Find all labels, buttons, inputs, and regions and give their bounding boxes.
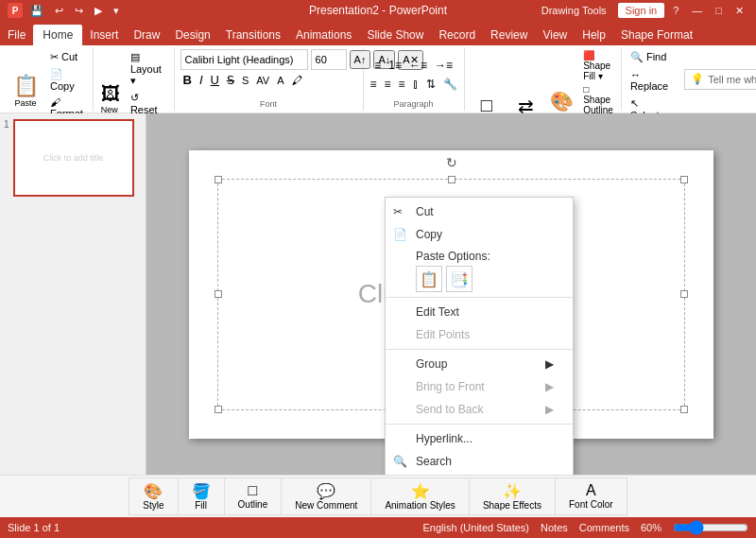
clipboard-group: 📋 Paste ✂ Cut 📄 Copy 🖌 Format Painter Cl… xyxy=(4,47,94,111)
slide-thumbnail[interactable]: Click to add title xyxy=(13,119,134,197)
text-highlight-button[interactable]: 🖍 xyxy=(289,74,305,87)
handle-right[interactable] xyxy=(680,290,688,298)
drawing-tools-label: Drawing Tools xyxy=(541,5,607,16)
shape-fill-button[interactable]: 🟥 Shape Fill ▾ xyxy=(579,49,617,82)
font-group: A↑ A↓ A✕ B I U S̶ S AV A 🖍 Font xyxy=(175,47,364,111)
context-cut[interactable]: ✂ Cut xyxy=(386,200,573,223)
columns-button[interactable]: ⫿ xyxy=(410,76,421,93)
strikethrough-button[interactable]: S̶ xyxy=(224,72,237,88)
lightbulb-icon: 💡 xyxy=(691,73,704,85)
shadow-button[interactable]: S xyxy=(239,74,251,87)
cut-icon: ✂ xyxy=(393,205,403,218)
context-send-back: Send to Back ▶ xyxy=(386,398,573,421)
context-hyperlink[interactable]: Hyperlink... xyxy=(386,427,573,450)
tab-slideshow[interactable]: Slide Show xyxy=(359,25,431,45)
tab-view[interactable]: View xyxy=(535,25,575,45)
align-center-button[interactable]: ≡ xyxy=(382,76,394,93)
context-save-picture[interactable]: Save as Picture... xyxy=(386,473,573,475)
undo-qa-btn[interactable]: ↩ xyxy=(51,3,67,19)
slides-group: 🖼 NewSlide ▤ Layout ▾ ↺ Reset ☰ Section … xyxy=(94,47,175,111)
cut-button[interactable]: ✂ Cut xyxy=(45,49,89,65)
numbering-button[interactable]: 1≡ xyxy=(386,57,404,74)
canvas-area: ↻ Click to add title ✂ Cut xyxy=(146,113,756,475)
sep3 xyxy=(386,424,573,425)
layout-button[interactable]: ▤ Layout ▾ xyxy=(126,49,170,89)
tab-draw[interactable]: Draw xyxy=(126,25,167,45)
customize-qa-btn[interactable]: ▾ xyxy=(110,3,123,19)
font-color-ribbon-button[interactable]: A xyxy=(274,74,286,87)
align-left-button[interactable]: ≡ xyxy=(368,76,380,93)
paste-button[interactable]: 📋 Paste xyxy=(8,71,43,111)
context-search[interactable]: 🔍 Search xyxy=(386,450,573,473)
handle-tr[interactable] xyxy=(680,176,688,183)
minimize-button[interactable]: — xyxy=(687,3,707,18)
font-name-input[interactable] xyxy=(180,49,308,70)
bullets-button[interactable]: ≡ xyxy=(371,57,384,74)
context-copy[interactable]: 📄 Copy xyxy=(386,223,573,246)
handle-bl[interactable] xyxy=(215,406,222,413)
italic-button[interactable]: I xyxy=(197,72,206,88)
char-spacing-button[interactable]: AV xyxy=(253,74,272,87)
font-color-toolbar-btn[interactable]: A Font Color xyxy=(555,477,627,515)
paste-icon-1[interactable]: 📋 xyxy=(416,266,442,292)
help-button[interactable]: ? xyxy=(668,3,683,18)
present-qa-btn[interactable]: ▶ xyxy=(91,3,106,19)
app-icon: P xyxy=(8,3,23,18)
titlebar: P 💾 ↩ ↪ ▶ ▾ Presentation2 - PowerPoint D… xyxy=(0,0,756,21)
tell-me-input[interactable]: 💡 Tell me what you want to do xyxy=(684,69,756,90)
copy-button[interactable]: 📄 Copy xyxy=(45,66,89,94)
slide-panel: 1 Click to add title xyxy=(0,113,146,475)
tab-help[interactable]: Help xyxy=(575,25,613,45)
font-size-input[interactable] xyxy=(311,49,347,70)
decrease-indent-button[interactable]: ←≡ xyxy=(406,57,430,74)
replace-button[interactable]: ↔ Replace xyxy=(626,67,673,94)
bold-button[interactable]: B xyxy=(180,72,195,88)
context-group[interactable]: Group ▶ xyxy=(386,353,573,375)
find-button[interactable]: 🔍 Find xyxy=(626,49,673,65)
shape-effects-toolbar-btn[interactable]: ✨ Shape Effects xyxy=(469,477,555,515)
redo-qa-btn[interactable]: ↪ xyxy=(71,3,87,19)
context-edit-text[interactable]: Edit Text xyxy=(386,301,573,323)
animation-icon: ⭐ xyxy=(411,482,430,500)
handle-left[interactable] xyxy=(215,290,222,298)
new-comment-toolbar-btn[interactable]: 💬 New Comment xyxy=(281,477,370,515)
outline-icon: □ xyxy=(249,482,258,499)
handle-top[interactable] xyxy=(448,176,455,183)
close-button[interactable]: ✕ xyxy=(730,3,748,19)
handle-br[interactable] xyxy=(680,406,688,413)
handle-tl[interactable] xyxy=(215,176,222,183)
tab-animations[interactable]: Animations xyxy=(288,25,359,45)
align-right-button[interactable]: ≡ xyxy=(396,76,408,93)
sep2 xyxy=(386,349,573,350)
fill-toolbar-btn[interactable]: 🪣 Fill xyxy=(178,477,224,515)
paragraph-label: Paragraph xyxy=(368,99,460,109)
zoom-slider[interactable] xyxy=(673,520,748,535)
bottom-toolbar: 🎨 Style 🪣 Fill □ Outline 💬 New Comment ⭐… xyxy=(0,475,756,517)
drawing-group: □ Shapes ⇄ Arrange 🎨 QuickStyles 🟥 Shape… xyxy=(465,47,622,111)
tab-design[interactable]: Design xyxy=(167,25,217,45)
tab-insert[interactable]: Insert xyxy=(82,25,126,45)
slide-thumbnail-row: 1 Click to add title xyxy=(4,119,142,197)
notes-button[interactable]: Notes xyxy=(541,522,568,533)
tab-home[interactable]: Home xyxy=(33,25,82,45)
titlebar-left: P 💾 ↩ ↪ ▶ ▾ xyxy=(8,3,123,19)
slide-info: Slide 1 of 1 xyxy=(8,522,60,533)
increase-indent-button[interactable]: →≡ xyxy=(432,57,455,74)
shape-effects-icon: ✨ xyxy=(503,482,522,500)
maximize-button[interactable]: □ xyxy=(711,3,727,18)
style-toolbar-btn[interactable]: 🎨 Style xyxy=(129,477,177,515)
tab-record[interactable]: Record xyxy=(431,25,483,45)
save-qa-btn[interactable]: 💾 xyxy=(26,3,47,19)
paste-icon-2[interactable]: 📑 xyxy=(446,266,472,292)
tab-review[interactable]: Review xyxy=(483,25,535,45)
smart-art-button[interactable]: 🔧 xyxy=(440,76,460,93)
tab-transitions[interactable]: Transitions xyxy=(218,25,288,45)
outline-toolbar-btn[interactable]: □ Outline xyxy=(224,477,282,515)
signin-button[interactable]: Sign in xyxy=(618,3,665,18)
animation-styles-toolbar-btn[interactable]: ⭐ Animation Styles xyxy=(370,477,468,515)
text-direction-button[interactable]: ⇅ xyxy=(423,76,438,93)
comments-button[interactable]: Comments xyxy=(579,522,629,533)
tab-shape-format[interactable]: Shape Format xyxy=(613,25,700,45)
underline-button[interactable]: U xyxy=(208,72,222,88)
tab-file[interactable]: File xyxy=(0,25,33,45)
